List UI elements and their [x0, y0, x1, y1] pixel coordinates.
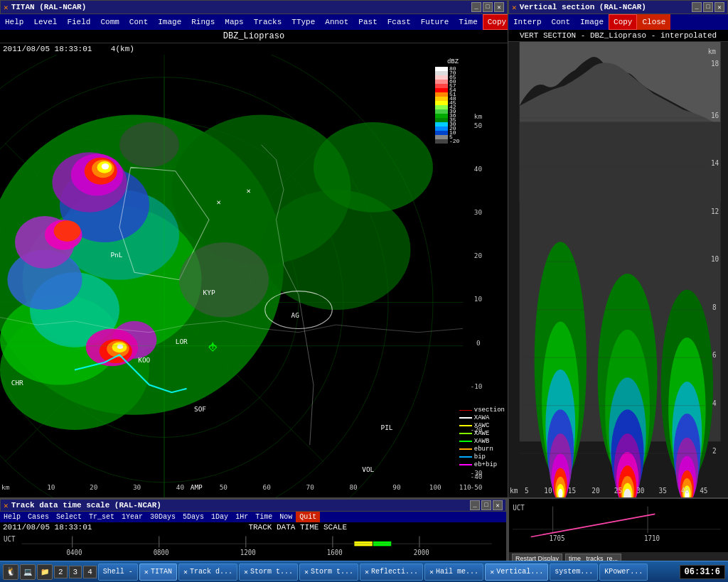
- track-minimize-button[interactable]: _: [470, 500, 480, 510]
- svg-text:40: 40: [474, 165, 483, 173]
- svg-text:AG: AG: [291, 311, 300, 319]
- colorbar-colors: [435, 67, 448, 144]
- track-display-title: TRACK DATA TIME SCALE: [92, 523, 503, 532]
- maximize-button[interactable]: □: [483, 2, 493, 12]
- taskbar-storm1-button[interactable]: ✕ Storm t...: [239, 564, 298, 581]
- menu-future[interactable]: Future: [416, 14, 454, 30]
- taskbar-system-button[interactable]: system...: [550, 564, 598, 581]
- svg-text:8: 8: [712, 303, 717, 311]
- svg-text:5: 5: [525, 487, 529, 495]
- track-menu-30days[interactable]: 30Days: [146, 512, 179, 522]
- svg-text:UCT: UCT: [513, 504, 525, 512]
- track-menu-time[interactable]: Time: [252, 512, 276, 522]
- taskbar-storm2-button[interactable]: ✕ Storm t...: [299, 564, 358, 581]
- taskbar-kpower-button[interactable]: KPower...: [599, 564, 648, 581]
- menu-rings[interactable]: Rings: [186, 14, 220, 30]
- track-menu-quit[interactable]: Quit: [296, 512, 320, 522]
- vsection-title: Vertical section (RAL-NCAR): [520, 3, 692, 11]
- menu-comm[interactable]: Comm: [95, 14, 124, 30]
- vsection-close-button[interactable]: ✕: [714, 2, 724, 12]
- vtime-display: UCT 1705 1710: [509, 499, 728, 552]
- start-icon-2[interactable]: 💻: [20, 564, 36, 580]
- vs-menu-copy[interactable]: Copy: [609, 14, 637, 30]
- vsection-minimize-button[interactable]: _: [692, 2, 702, 12]
- track-menubar: Help Cases Select Tr_set 1Year 30Days 5D…: [0, 512, 506, 522]
- track-menu-help[interactable]: Help: [0, 512, 24, 522]
- track-time-row: 2011/08/05 18:33:01 TRACK DATA TIME SCAL…: [0, 522, 506, 532]
- menu-help[interactable]: Help: [0, 14, 28, 30]
- svg-text:2000: 2000: [414, 549, 429, 556]
- svg-text:10: 10: [544, 487, 552, 495]
- taskbar-hail-button[interactable]: ✕ Hail me...: [424, 564, 483, 581]
- vs-menu-close[interactable]: Close: [637, 14, 670, 30]
- svg-text:km: km: [510, 487, 518, 495]
- num-badge-3[interactable]: 3: [69, 566, 82, 578]
- colorbar-content: 807065605754 514845423936 353020105-20: [435, 67, 471, 144]
- svg-text:80: 80: [349, 483, 358, 491]
- track-time-label: 2011/08/05 18:33:01: [3, 523, 92, 532]
- start-icon-3[interactable]: 📁: [37, 564, 53, 580]
- track-close-button[interactable]: ✕: [493, 500, 503, 510]
- svg-text:PIL: PIL: [380, 424, 392, 431]
- svg-text:UCT: UCT: [4, 535, 16, 543]
- num-badge-4[interactable]: 4: [83, 566, 97, 578]
- menu-level[interactable]: Level: [28, 14, 62, 30]
- svg-text:16: 16: [711, 112, 719, 119]
- svg-point-36: [117, 345, 123, 349]
- svg-text:20: 20: [90, 483, 98, 491]
- menu-ttype[interactable]: TType: [287, 14, 320, 30]
- track-menu-1hr[interactable]: 1Hr: [232, 512, 252, 522]
- svg-text:100: 100: [429, 483, 441, 491]
- track-menu-1year[interactable]: 1Year: [118, 512, 146, 522]
- vs-menu-image[interactable]: Image: [575, 14, 609, 30]
- vsection-display[interactable]: 18 16 14 12 10 8 6 4 2 km km 5 10 15 20 …: [508, 42, 728, 497]
- track-menu-cases[interactable]: Cases: [24, 512, 53, 522]
- radar-svg: PnL KYP LOR KOO CHR SOF AMP PIL VOL KEO …: [0, 55, 508, 497]
- menu-annot[interactable]: Annot: [320, 14, 353, 30]
- minimize-button[interactable]: _: [471, 2, 481, 12]
- svg-text:km: km: [1, 483, 10, 491]
- track-titlebar: ✕ Track data time scale (RAL-NCAR) _ □ ✕: [0, 499, 506, 512]
- svg-text:1705: 1705: [549, 534, 564, 542]
- svg-text:10: 10: [711, 255, 719, 263]
- vsection-maximize-button[interactable]: □: [703, 2, 713, 12]
- track-menu-select[interactable]: Select: [53, 512, 85, 522]
- vtime-panel: UCT 1705 1710 Restart Display time_ trac…: [508, 497, 728, 561]
- svg-text:km: km: [474, 112, 483, 120]
- titan-titlebar: ✕ TITAN (RAL-NCAR) _ □ ✕: [0, 0, 508, 14]
- vs-menu-cont[interactable]: Cont: [547, 14, 575, 30]
- menu-tracks[interactable]: Tracks: [249, 14, 287, 30]
- svg-text:0800: 0800: [154, 549, 169, 556]
- vtime-svg: UCT 1705 1710: [509, 499, 728, 552]
- radar-time: 2011/08/05 18:33:01 4(km): [0, 43, 508, 55]
- menu-maps[interactable]: Maps: [220, 14, 248, 30]
- menu-cont[interactable]: Cont: [124, 14, 153, 30]
- taskbar-vertical-button[interactable]: ✕ Vertical...: [485, 564, 548, 581]
- taskbar-reflect-button[interactable]: ✕ Reflecti...: [360, 564, 423, 581]
- taskbar-shell-button[interactable]: Shell -: [98, 564, 138, 581]
- svg-text:18: 18: [711, 59, 719, 67]
- menu-field[interactable]: Field: [62, 14, 95, 30]
- svg-text:-40: -40: [471, 473, 483, 480]
- svg-text:PnL: PnL: [110, 251, 122, 259]
- svg-rect-159: [509, 499, 728, 552]
- menu-image[interactable]: Image: [153, 14, 186, 30]
- taskbar-track-button[interactable]: ✕ Track d...: [178, 564, 237, 581]
- track-menu-5days[interactable]: 5Days: [179, 512, 208, 522]
- menu-fcast[interactable]: Fcast: [382, 14, 416, 30]
- taskbar-titan-button[interactable]: ✕ TITAN: [139, 564, 177, 581]
- radar-display[interactable]: PnL KYP LOR KOO CHR SOF AMP PIL VOL KEO …: [0, 55, 508, 497]
- menu-past[interactable]: Past: [353, 14, 382, 30]
- track-menu-1day[interactable]: 1Day: [208, 512, 232, 522]
- track-maximize-button[interactable]: □: [481, 500, 491, 510]
- menu-time[interactable]: Time: [454, 14, 482, 30]
- num-badge-2[interactable]: 2: [54, 566, 68, 578]
- svg-point-30: [54, 220, 81, 242]
- vs-menu-interp[interactable]: Interp: [508, 14, 547, 30]
- start-icon-1[interactable]: 🐧: [3, 564, 18, 580]
- track-menu-trset[interactable]: Tr_set: [85, 512, 118, 522]
- svg-text:1710: 1710: [644, 534, 660, 542]
- track-menu-now[interactable]: Now: [276, 512, 296, 522]
- close-button[interactable]: ✕: [494, 2, 504, 12]
- svg-text:✕: ✕: [217, 198, 221, 207]
